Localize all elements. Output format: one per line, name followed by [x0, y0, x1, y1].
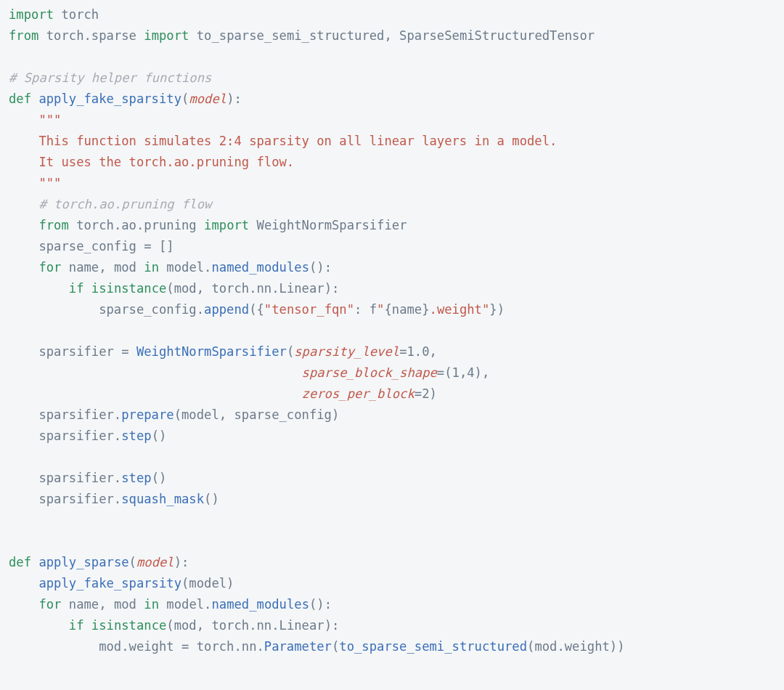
code-token: in	[144, 260, 166, 275]
code-line: sparsifier.step()	[9, 429, 166, 443]
code-token: ()	[204, 492, 219, 506]
code-token: from	[9, 28, 46, 43]
code-token: name, mod	[69, 597, 136, 612]
code-token: isinstance	[91, 281, 166, 296]
code-token: mod.weight = torch.nn.	[9, 639, 264, 654]
code-line: sparsifier.squash_mask()	[9, 492, 219, 506]
code-token: zeros_per_block	[302, 386, 415, 401]
code-token: 2	[422, 386, 429, 401]
code-token: (	[332, 639, 339, 654]
code-token	[9, 576, 38, 590]
code-token: 1	[452, 365, 460, 380]
code-line: from torch.sparse import to_sparse_semi_…	[9, 28, 595, 43]
code-token: (	[129, 555, 136, 569]
code-token	[9, 386, 302, 401]
code-token: ():	[309, 597, 332, 612]
code-token: =(	[437, 365, 452, 380]
code-token: sparsifier.	[9, 407, 121, 422]
code-token	[136, 260, 144, 275]
code-token: for	[38, 260, 68, 275]
code-token: import	[9, 7, 61, 22]
code-token: "	[377, 302, 384, 317]
code-token: to_sparse_semi_structured	[339, 639, 527, 654]
code-token: torch.ao.pruning	[76, 218, 197, 232]
code-token	[9, 618, 69, 633]
code-token: ,	[430, 344, 437, 359]
code-token: model	[189, 92, 226, 106]
code-token: ()	[152, 471, 167, 485]
code-line: import torch	[9, 7, 99, 22]
code-line: sparsifier.prepare(model, sparse_config)	[9, 407, 339, 422]
code-token	[9, 281, 69, 296]
code-line: if isinstance(mod, torch.nn.Linear):	[9, 618, 339, 633]
code-token: (	[287, 344, 294, 359]
code-token: to_sparse_semi_structured, SparseSemiStr…	[197, 28, 595, 43]
code-token: # torch.ao.pruning flow	[38, 197, 211, 211]
code-token: sparse_config = []	[9, 239, 174, 253]
code-token	[136, 597, 144, 612]
code-block: import torch from torch.sparse import to…	[0, 0, 784, 662]
code-token	[9, 197, 38, 211]
code-token: This function simulates 2:4 sparsity on …	[9, 134, 557, 148]
code-token: def	[9, 555, 38, 569]
code-token: # Sparsity helper functions	[9, 70, 211, 85]
code-token: sparsifier =	[9, 344, 136, 359]
code-line: for name, mod in model.named_modules():	[9, 597, 332, 612]
code-token: (mod, torch.nn.Linear):	[166, 618, 339, 633]
code-token: ,	[460, 365, 467, 380]
code-token: sparsifier.	[9, 492, 121, 506]
code-line: sparsifier.step()	[9, 471, 166, 485]
code-token: ()	[152, 429, 167, 443]
code-token: step	[121, 429, 151, 443]
code-token: sparsifier.	[9, 471, 121, 485]
code-token: WeightNormSparsifier	[136, 344, 287, 359]
code-token: append	[204, 302, 249, 317]
code-token: named_modules	[211, 597, 309, 612]
code-token: apply_sparse	[38, 555, 128, 569]
code-token: apply_fake_sparsity	[38, 576, 181, 590]
code-line: zeros_per_block=2)	[9, 386, 437, 401]
code-token: squash_mask	[121, 492, 204, 506]
code-token: prepare	[121, 407, 173, 422]
code-token: )	[430, 386, 437, 401]
code-token: """	[9, 176, 61, 190]
code-token: import	[144, 28, 196, 43]
code-line: def apply_sparse(model):	[9, 555, 189, 569]
code-token: sparsity_level	[294, 344, 399, 359]
code-line: # Sparsity helper functions	[9, 70, 211, 85]
code-token: WeightNormSparsifier	[257, 218, 407, 232]
code-token: ),	[475, 365, 490, 380]
code-token: Parameter	[264, 639, 332, 654]
code-token: ():	[309, 260, 332, 275]
code-token: isinstance	[91, 618, 166, 633]
code-token: def	[9, 92, 38, 106]
code-line: # torch.ao.pruning flow	[9, 197, 211, 211]
code-token	[9, 597, 38, 612]
code-token: import	[204, 218, 256, 232]
code-token	[197, 218, 204, 232]
code-line: def apply_fake_sparsity(model):	[9, 92, 242, 106]
code-token: (mod, torch.nn.Linear):	[166, 281, 339, 296]
code-token: =	[399, 344, 407, 359]
code-token: {name}	[384, 302, 429, 317]
code-token: ):	[226, 92, 242, 106]
code-token: It uses the torch.ao.pruning flow.	[9, 155, 294, 169]
code-line: sparse_config = []	[9, 239, 174, 253]
code-token: })	[489, 302, 505, 317]
code-token: "tensor_fqn"	[264, 302, 354, 317]
code-token: if	[69, 281, 91, 296]
code-token	[9, 218, 38, 232]
code-token: : f	[354, 302, 377, 317]
code-token	[9, 365, 302, 380]
code-line: sparse_block_shape=(1,4),	[9, 365, 489, 380]
code-line: """	[9, 176, 61, 190]
code-token: 1.0	[407, 344, 429, 359]
code-line: """	[9, 113, 61, 127]
code-line: sparse_config.append({"tensor_fqn": f"{n…	[9, 302, 505, 317]
code-token: """	[38, 113, 61, 127]
code-token: ):	[174, 555, 189, 569]
code-line: from torch.ao.pruning import WeightNormS…	[9, 218, 407, 232]
code-token: (model)	[181, 576, 234, 590]
code-token: sparsifier.	[9, 429, 121, 443]
code-token: from	[38, 218, 76, 232]
